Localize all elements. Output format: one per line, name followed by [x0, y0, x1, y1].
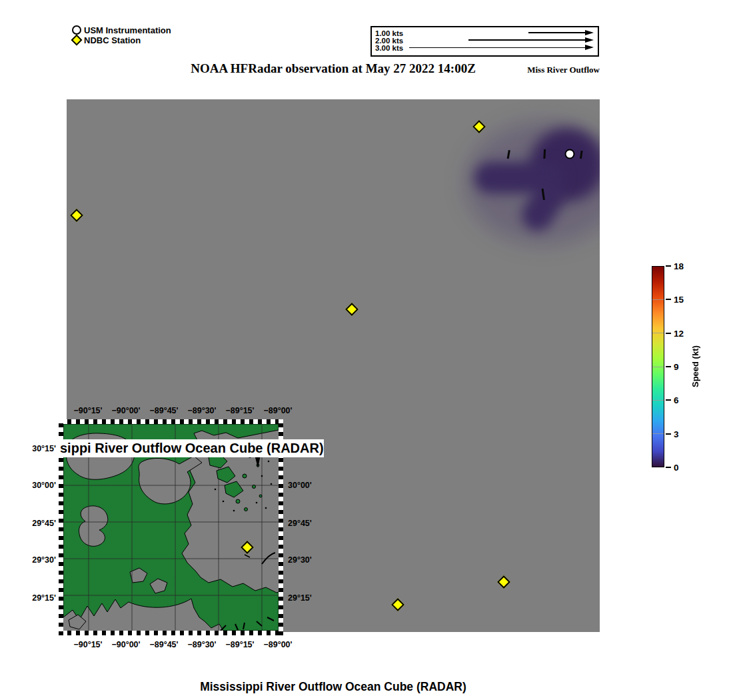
colorbar-tick-mark: [666, 399, 671, 401]
colorbar-tick-mark: [666, 366, 671, 367]
colorbar-gridline: [652, 367, 664, 367]
colorbar-gridline: [652, 400, 664, 401]
colorbar-tick-label: 6: [674, 395, 679, 405]
colorbar-tick-label: 18: [674, 261, 684, 271]
figure: USM InstrumentationNDBC Station 1.00 kts…: [0, 0, 733, 700]
figure-bottom-title: Mississippi River Outflow Ocean Cube (RA…: [0, 680, 666, 694]
colorbar-tick-mark: [666, 299, 671, 300]
colorbar-axis-label: Speed (kt): [690, 293, 704, 440]
colorbar-ticks: 1815129630: [0, 0, 733, 700]
colorbar-tick-label: 0: [674, 463, 679, 473]
colorbar-tick-label: 15: [674, 295, 684, 305]
colorbar-tick-mark: [666, 265, 671, 267]
colorbar-tick-label: 9: [674, 362, 679, 372]
colorbar-tick-mark: [666, 433, 671, 435]
colorbar-tick-mark: [666, 467, 671, 468]
colorbar-tick-mark: [666, 333, 671, 334]
colorbar-gridline: [652, 433, 664, 434]
colorbar-gridline: [652, 333, 664, 333]
colorbar-gridline: [652, 299, 664, 300]
colorbar-tick-label: 12: [674, 328, 684, 338]
colorbar-tick-label: 3: [674, 429, 679, 439]
